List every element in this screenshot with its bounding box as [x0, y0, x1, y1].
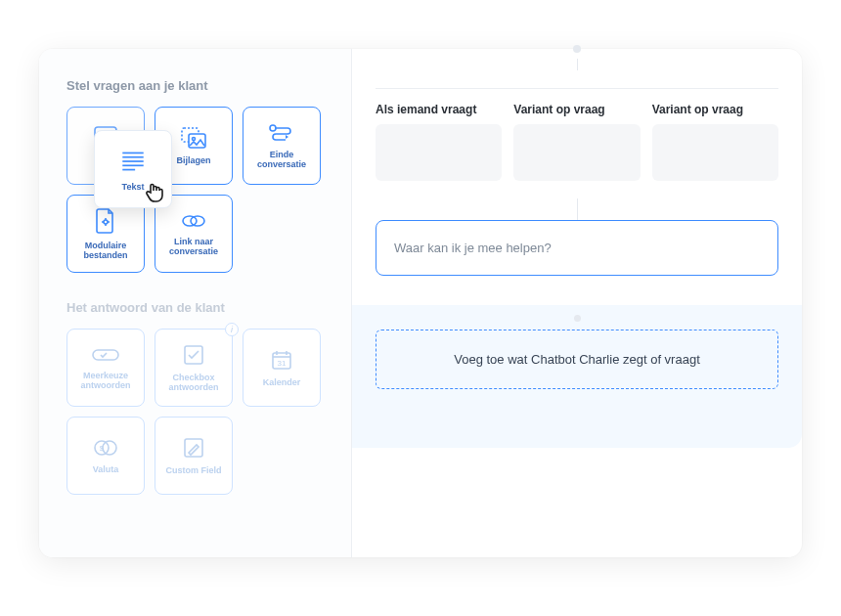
- ask-tile-grid: Tekst Bijlagen Einde conversatie Modulai…: [66, 107, 324, 273]
- tile-einde-conversatie[interactable]: Einde conversatie: [243, 107, 321, 185]
- currency-icon: $: [93, 437, 118, 459]
- chatbot-builder-window: Stel vragen aan je klant Tekst Bijlagen …: [39, 49, 802, 557]
- modular-file-icon: [94, 207, 117, 235]
- svg-point-14: [183, 216, 197, 226]
- link-icon: [180, 211, 207, 231]
- checkbox-icon: [182, 343, 205, 367]
- variant-column: Variant op vraag: [513, 103, 640, 181]
- custom-field-icon: [182, 436, 205, 460]
- add-block-drop-zone[interactable]: Voeg toe wat Chatbot Charlie zegt of vra…: [376, 330, 778, 389]
- svg-point-29: [103, 441, 116, 455]
- variant-column: Variant op vraag: [652, 103, 778, 181]
- tile-label: Custom Field: [161, 465, 225, 475]
- tile-label: Einde conversatie: [243, 150, 320, 170]
- tile-label: Link naar conversatie: [155, 237, 232, 257]
- variant-input-box[interactable]: [652, 124, 778, 181]
- dragging-tile-label: Tekst: [122, 182, 145, 192]
- variant-label: Variant op vraag: [652, 103, 778, 116]
- svg-point-9: [104, 220, 108, 224]
- flow-connector-dot: [574, 315, 581, 322]
- svg-rect-6: [189, 134, 205, 148]
- svg-text:$: $: [100, 444, 105, 453]
- image-attachment-icon: [180, 126, 207, 150]
- tile-label: Checkbox antwoorden: [155, 373, 232, 393]
- tile-kalender[interactable]: 31 Kalender: [243, 329, 321, 407]
- text-lines-icon: [118, 147, 148, 176]
- question-variants-row: Als iemand vraagt Variant op vraag Varia…: [376, 103, 778, 181]
- flow-connector-dot: [573, 45, 581, 53]
- ask-section-title: Stel vragen aan je klant: [66, 78, 324, 93]
- tile-label: Valuta: [89, 464, 123, 474]
- flow-canvas: Als iemand vraagt Variant op vraag Varia…: [352, 49, 802, 557]
- tile-label: Bijlagen: [172, 155, 214, 165]
- drop-zone-section: Voeg toe wat Chatbot Charlie zegt of vra…: [352, 305, 802, 448]
- variant-input-box[interactable]: [376, 124, 502, 181]
- response-placeholder: Waar kan ik je mee helpen?: [394, 241, 552, 255]
- variant-label: Als iemand vraagt: [376, 103, 502, 116]
- drop-zone-text: Voeg toe wat Chatbot Charlie zegt of vra…: [454, 352, 700, 367]
- block-palette-sidebar: Stel vragen aan je klant Tekst Bijlagen …: [39, 49, 352, 557]
- bot-response-input[interactable]: Waar kan ik je mee helpen?: [376, 220, 778, 276]
- svg-point-8: [270, 125, 276, 131]
- svg-text:31: 31: [278, 359, 287, 368]
- tile-label: Kalender: [259, 377, 305, 387]
- end-conversation-icon: [267, 122, 296, 144]
- flow-connector-line: [577, 59, 578, 70]
- tile-label: Meerkeuze antwoorden: [67, 371, 144, 391]
- variant-column: Als iemand vraagt: [376, 103, 502, 181]
- svg-point-15: [191, 216, 204, 226]
- calendar-icon: 31: [270, 348, 293, 372]
- tile-checkbox[interactable]: Checkbox antwoorden: [155, 329, 233, 407]
- tile-valuta[interactable]: $ Valuta: [66, 417, 145, 495]
- flow-divider: [376, 88, 778, 89]
- flow-connector-line: [577, 198, 578, 220]
- tile-custom-field[interactable]: Custom Field: [155, 417, 233, 495]
- drag-cursor-icon: [143, 179, 170, 210]
- answer-tile-grid: Meerkeuze antwoorden Checkbox antwoorden…: [66, 329, 324, 495]
- multiple-choice-icon: [91, 345, 120, 365]
- info-badge-icon[interactable]: i: [225, 323, 239, 336]
- tile-label: Modulaire bestanden: [67, 241, 144, 261]
- variant-input-box[interactable]: [513, 124, 640, 181]
- variant-label: Variant op vraag: [513, 103, 640, 116]
- answer-section-title: Het antwoord van de klant: [66, 300, 324, 315]
- tile-meerkeuze[interactable]: Meerkeuze antwoorden: [66, 329, 145, 407]
